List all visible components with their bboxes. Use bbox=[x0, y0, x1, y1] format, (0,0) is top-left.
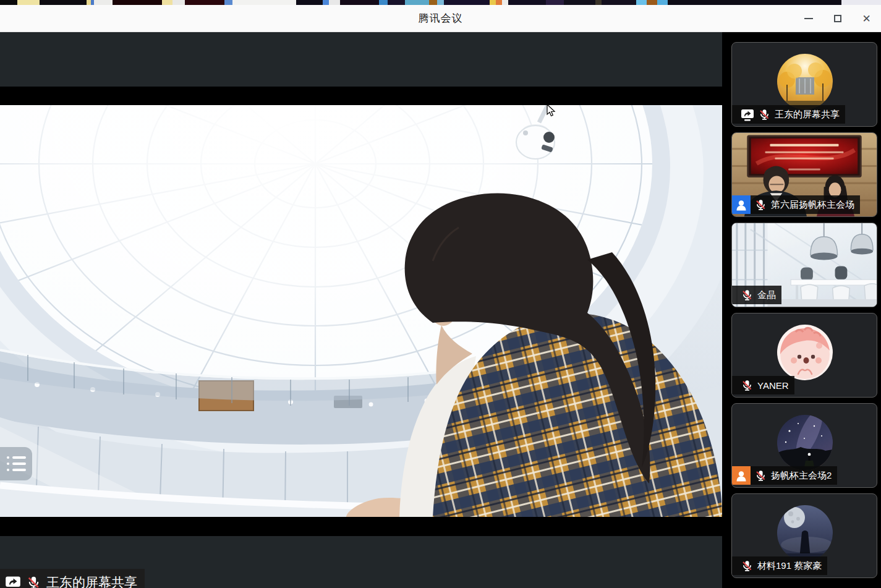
member-badge-orange bbox=[732, 466, 751, 485]
participant-tile-yangfan-2[interactable]: 扬帆杯主会场2 bbox=[731, 403, 877, 488]
participant-name: 王东的屏幕共享 bbox=[775, 109, 840, 121]
maximize-icon bbox=[834, 15, 841, 22]
list-icon bbox=[7, 456, 32, 459]
avatar-moon-silhouette bbox=[777, 505, 833, 561]
participant-label: 材料191 蔡家豪 bbox=[732, 556, 827, 575]
mic-muted-icon bbox=[754, 198, 767, 211]
shared-screen-stage: 王东的屏幕共享 bbox=[0, 32, 722, 588]
minimize-icon bbox=[804, 18, 813, 19]
mouse-cursor bbox=[547, 104, 556, 117]
mic-muted-icon bbox=[754, 469, 767, 482]
person-icon bbox=[734, 198, 748, 211]
screen-share-icon bbox=[5, 575, 21, 588]
close-icon: ✕ bbox=[862, 14, 870, 24]
participant-tile-yangfan-main[interactable]: 第六届扬帆杯主会场 bbox=[731, 132, 877, 217]
background-window-sliver bbox=[0, 0, 881, 5]
mic-muted-icon bbox=[758, 108, 771, 121]
window-title: 腾讯会议 bbox=[419, 11, 463, 25]
screen-share-icon bbox=[741, 108, 754, 121]
participant-name: YANER bbox=[757, 380, 789, 391]
participant-tile-yaner[interactable]: YANER bbox=[731, 313, 877, 398]
participant-label: YANER bbox=[732, 376, 794, 394]
participant-tile-caijiahao[interactable]: 材料191 蔡家豪 bbox=[731, 493, 877, 578]
letterbox-top bbox=[0, 87, 722, 105]
avatar-pink-cartoon bbox=[777, 325, 833, 380]
close-button[interactable]: ✕ bbox=[852, 5, 881, 32]
person-icon bbox=[734, 469, 748, 482]
window-controls: ✕ bbox=[794, 5, 881, 32]
mic-muted-icon bbox=[741, 560, 754, 572]
mic-muted-icon bbox=[741, 379, 754, 391]
member-badge-blue bbox=[732, 195, 751, 214]
participant-list-toggle[interactable] bbox=[0, 447, 32, 480]
shared-video-frame bbox=[0, 105, 722, 517]
screen-share-banner: 王东的屏幕共享 bbox=[0, 569, 145, 588]
participant-name: 扬帆杯主会场2 bbox=[771, 470, 832, 482]
tencent-meeting-window: 腾讯会议 ✕ bbox=[0, 0, 881, 588]
participant-name: 材料191 蔡家豪 bbox=[757, 560, 822, 572]
titlebar: 腾讯会议 ✕ bbox=[0, 5, 881, 32]
participant-label: 第六届扬帆杯主会场 bbox=[732, 195, 860, 214]
maximize-button[interactable] bbox=[823, 5, 852, 32]
participants-sidebar: 王东的屏幕共享 bbox=[722, 32, 881, 588]
meeting-content: 王东的屏幕共享 bbox=[0, 32, 881, 588]
participant-tile-jinjing[interactable]: 金晶 bbox=[731, 223, 877, 307]
avatar-night-sky bbox=[777, 415, 833, 471]
participant-label: 扬帆杯主会场2 bbox=[732, 466, 837, 485]
mic-muted-icon bbox=[741, 289, 754, 301]
letterbox-bottom bbox=[0, 517, 722, 536]
share-banner-text: 王东的屏幕共享 bbox=[46, 574, 137, 588]
participant-name: 第六届扬帆杯主会场 bbox=[771, 199, 854, 211]
participant-label: 王东的屏幕共享 bbox=[732, 105, 845, 124]
minimize-button[interactable] bbox=[794, 5, 823, 32]
mic-muted-icon bbox=[26, 575, 41, 588]
participant-name: 金晶 bbox=[757, 289, 776, 301]
participant-label: 金晶 bbox=[732, 286, 781, 304]
participant-tile-wangdong-share[interactable]: 王东的屏幕共享 bbox=[731, 42, 877, 127]
avatar-autumn-trees bbox=[777, 54, 833, 109]
